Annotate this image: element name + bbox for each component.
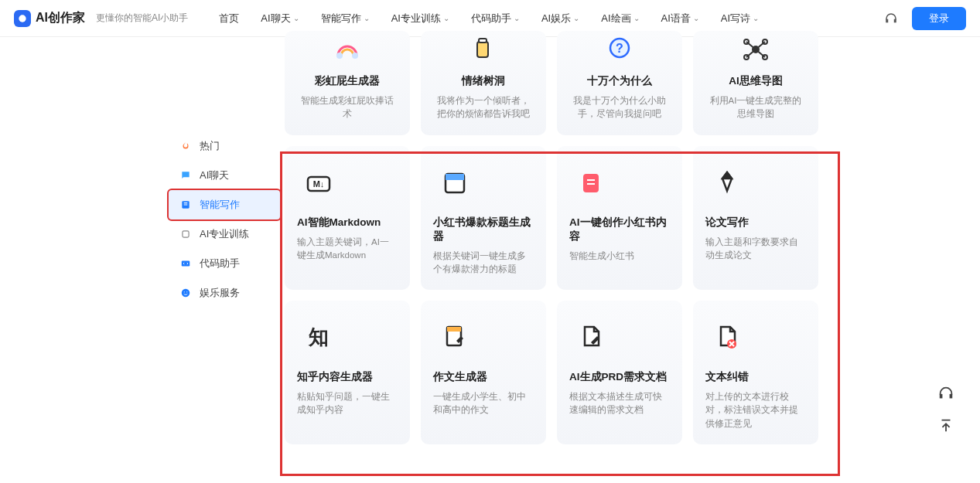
back-to-top-button[interactable]	[935, 415, 957, 437]
card-title: 十万个为什么	[569, 74, 670, 88]
slogan: 更懂你的智能AI小助手	[96, 12, 188, 25]
svg-rect-9	[477, 42, 488, 57]
svg-text:知: 知	[308, 325, 329, 349]
card-emotion[interactable]: 情绪树洞 我将作为一个倾听者，把你的烦恼都告诉我吧	[421, 31, 546, 135]
card-title: 彩虹屁生成器	[297, 74, 398, 88]
sidebar-item-label: 代码助手	[200, 257, 240, 270]
card-mindmap[interactable]: AI思维导图 利用AI一键生成完整的思维导图	[693, 31, 818, 135]
nav-draw[interactable]: AI绘画⌄	[601, 12, 639, 26]
card-correct[interactable]: 文本纠错 对上传的文本进行校对，标注错误文本并提供修正意见	[693, 301, 818, 444]
doc-edit-icon	[433, 316, 476, 359]
svg-rect-21	[446, 174, 464, 180]
card-markdown[interactable]: M↓ AI智能Markdown 输入主题关键词，AI一键生成Markdown	[285, 146, 410, 291]
svg-point-0	[19, 15, 26, 22]
card-row: 彩虹屁生成器 智能生成彩虹屁吹捧话术 情绪树洞 我将作为一个倾听者，把你的烦恼都…	[285, 31, 826, 135]
doc-pen-icon	[569, 316, 613, 359]
svg-text:?: ?	[616, 42, 623, 55]
card-prd[interactable]: AI生成PRD需求文档 根据文本描述生成可快速编辑的需求文档	[557, 301, 682, 444]
card-rainbow[interactable]: 彩虹屁生成器 智能生成彩虹屁吹捧话术	[285, 31, 410, 135]
sidebar-item-code[interactable]: 代码助手	[169, 249, 280, 278]
sidebar-item-label: 智能写作	[200, 198, 240, 212]
chevron-down-icon: ⌄	[753, 14, 759, 22]
chevron-down-icon: ⌄	[693, 14, 699, 22]
chat-icon	[179, 169, 192, 182]
sidebar: 热门 AI聊天 智能写作 AI专业训练 代码助手 娱乐服务	[169, 131, 280, 308]
card-title: 论文写作	[705, 216, 749, 230]
headset-icon[interactable]	[884, 12, 898, 26]
cup-icon	[465, 31, 502, 68]
card-title: 小红书爆款标题生成器	[433, 216, 534, 243]
sidebar-item-chat[interactable]: AI聊天	[169, 161, 280, 190]
card-desc: 利用AI一键生成完整的思维导图	[705, 94, 806, 121]
card-title: AI智能Markdown	[297, 216, 381, 230]
card-title: 作文生成器	[433, 370, 487, 384]
sidebar-item-hot[interactable]: 热门	[169, 131, 280, 161]
mindmap-icon	[737, 31, 774, 68]
sidebar-item-label: 娱乐服务	[200, 286, 240, 300]
sidebar-item-write[interactable]: 智能写作	[167, 189, 282, 221]
header-right: 登录	[884, 7, 966, 30]
train-icon	[179, 228, 192, 240]
card-row: M↓ AI智能Markdown 输入主题关键词，AI一键生成Markdown 小…	[285, 146, 826, 291]
svg-rect-25	[447, 327, 461, 332]
nav-write[interactable]: 智能写作⌄	[321, 12, 370, 26]
float-buttons	[935, 383, 957, 437]
card-title: AI生成PRD需求文档	[569, 370, 667, 384]
fire-icon	[179, 140, 192, 152]
nav-aichat[interactable]: AI聊天⌄	[261, 12, 299, 26]
code-icon	[179, 257, 192, 270]
sidebar-item-fun[interactable]: 娱乐服务	[169, 278, 280, 308]
sidebar-item-label: AI专业训练	[200, 227, 249, 241]
card-why[interactable]: ? 十万个为什么 我是十万个为什么小助手，尽管向我提问吧	[557, 31, 682, 135]
card-desc: 我将作为一个倾听者，把你的烦恼都告诉我吧	[433, 94, 534, 121]
svg-rect-2	[183, 231, 189, 237]
card-desc: 根据关键词一键生成多个有爆款潜力的标题	[433, 250, 534, 277]
pen-icon	[705, 162, 749, 205]
smile-icon	[179, 287, 192, 299]
card-desc: 智能生成小红书	[569, 250, 634, 263]
card-title: AI一键创作小红书内容	[569, 216, 670, 243]
card-title: 知乎内容生成器	[297, 370, 373, 384]
card-desc: 一键生成小学生、初中和高中的作文	[433, 390, 534, 417]
card-xhs-content[interactable]: AI一键创作小红书内容 智能生成小红书	[557, 146, 682, 291]
nav-poem[interactable]: AI写诗⌄	[721, 12, 759, 26]
chevron-down-icon: ⌄	[633, 14, 640, 22]
card-desc: 输入主题和字数要求自动生成论文	[705, 236, 806, 263]
svg-rect-10	[479, 39, 487, 43]
doc-x-icon	[705, 316, 749, 359]
write-icon	[179, 199, 192, 211]
nav-train[interactable]: AI专业训练⌄	[391, 12, 449, 26]
content-grid: 彩虹屁生成器 智能生成彩虹屁吹捧话术 情绪树洞 我将作为一个倾听者，把你的烦恼都…	[285, 31, 826, 455]
card-xhs-title[interactable]: 小红书爆款标题生成器 根据关键词一键生成多个有爆款潜力的标题	[421, 146, 546, 291]
chevron-down-icon: ⌄	[514, 14, 520, 22]
chevron-down-icon: ⌄	[364, 14, 370, 22]
svg-point-7	[336, 53, 343, 59]
card-desc: 智能生成彩虹屁吹捧话术	[297, 94, 398, 121]
svg-point-8	[352, 53, 358, 59]
brand-name: AI创作家	[36, 10, 85, 26]
markdown-icon: M↓	[297, 162, 340, 205]
card-essay[interactable]: 作文生成器 一键生成小学生、初中和高中的作文	[421, 301, 546, 444]
svg-text:M↓: M↓	[313, 179, 325, 189]
zhi-icon: 知	[297, 316, 340, 359]
login-button[interactable]: 登录	[912, 7, 966, 30]
svg-point-6	[186, 291, 187, 292]
nav-home[interactable]: 首页	[219, 12, 239, 26]
sidebar-item-label: AI聊天	[200, 168, 229, 182]
window-icon	[433, 162, 476, 205]
nav-fun[interactable]: AI娱乐⌄	[541, 12, 579, 26]
card-desc: 对上传的文本进行校对，标注错误文本并提供修正意见	[705, 390, 806, 430]
support-button[interactable]	[935, 383, 957, 404]
nav-code[interactable]: 代码助手⌄	[471, 12, 520, 26]
card-title: 文本纠错	[705, 370, 749, 384]
logo[interactable]: AI创作家	[14, 10, 85, 27]
svg-point-5	[184, 291, 185, 292]
svg-rect-3	[182, 261, 190, 267]
nav-voice[interactable]: AI语音⌄	[661, 12, 699, 26]
card-desc: 根据文本描述生成可快速编辑的需求文档	[569, 390, 670, 417]
sidebar-item-train[interactable]: AI专业训练	[169, 219, 280, 249]
question-icon: ?	[601, 31, 638, 68]
card-thesis[interactable]: 论文写作 输入主题和字数要求自动生成论文	[693, 146, 818, 291]
rainbow-icon	[329, 31, 366, 68]
card-zhihu[interactable]: 知 知乎内容生成器 粘贴知乎问题，一键生成知乎内容	[285, 301, 410, 444]
